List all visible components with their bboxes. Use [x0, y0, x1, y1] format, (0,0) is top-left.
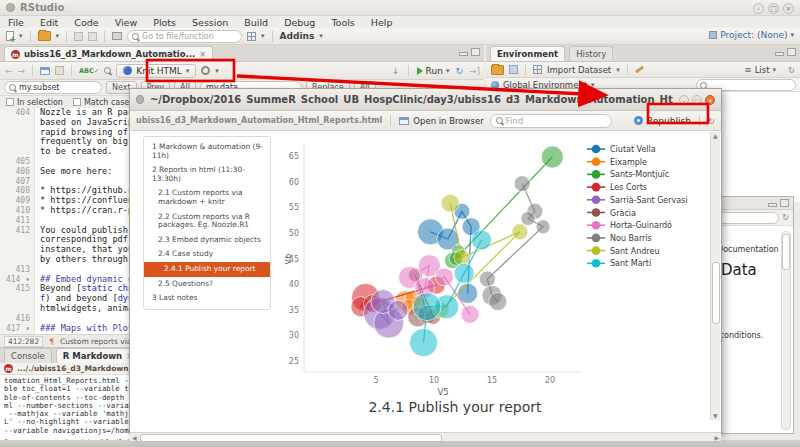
toc-item[interactable]: 2.2 Custom reports via R packages. Eg. N… [144, 210, 270, 233]
help-scrollbar[interactable] [781, 231, 791, 430]
close-icon[interactable]: × [705, 95, 715, 105]
republish-button[interactable]: Republish [634, 116, 691, 126]
save-all-icon[interactable] [88, 32, 97, 41]
preview-find-input[interactable]: Find [490, 114, 612, 128]
import-dataset-button[interactable]: Import Dataset [547, 65, 611, 75]
toc-item[interactable]: 2 Reports in html (11:30-13:30h) [144, 163, 270, 186]
print-icon[interactable] [112, 32, 122, 40]
tab-environment[interactable]: Environment [490, 46, 565, 61]
svg-text:15: 15 [487, 376, 497, 385]
rerun-icon[interactable]: ↻ [455, 66, 463, 76]
menu-item-plots[interactable]: Plots [153, 17, 176, 28]
run-button[interactable]: Run▾ [417, 66, 450, 76]
preview-titlebar[interactable]: ~/Dropbox/2016_SummeR_School_UB_HospClin… [130, 89, 721, 111]
menu-item-code[interactable]: Code [74, 17, 98, 28]
save-workspace-icon[interactable] [509, 65, 518, 74]
close-icon[interactable]: × [783, 3, 794, 14]
gear-icon[interactable] [201, 66, 210, 75]
save-icon[interactable] [74, 32, 83, 41]
menu-item-debug[interactable]: Debug [284, 17, 315, 28]
addins-button[interactable]: Addins [280, 31, 315, 41]
toc-item[interactable]: 2.4.1 Publish your report [144, 262, 270, 277]
menu-item-session[interactable]: Session [192, 17, 228, 28]
open-file-dropdown[interactable]: ▾ [56, 32, 60, 40]
maximize-icon[interactable]: □ [768, 3, 779, 14]
minimize-icon[interactable]: – [679, 95, 689, 105]
panes-dropdown[interactable]: ▾ [261, 32, 265, 40]
match-case-checkbox[interactable] [73, 98, 81, 106]
project-selector[interactable]: Project: (None)▾ [709, 30, 794, 40]
toc-item[interactable]: 3 Last notes [144, 291, 270, 306]
line-number: 408 [0, 186, 34, 196]
go-to-section-icon[interactable]: ↓ [392, 66, 400, 76]
open-in-browser-button[interactable]: Open in Browser [399, 116, 483, 126]
back-icon[interactable]: ← [5, 66, 13, 76]
editor-save-icon[interactable] [55, 66, 64, 75]
svg-text:V5: V5 [437, 387, 448, 397]
preview-file-label: ubiss16_d3_Markdown_Automation_Html_Repo… [136, 116, 382, 125]
report-section-heading: 2.4.1 Publish your report [270, 399, 640, 415]
toc-item[interactable]: 2.1 Custom reports via markdown + knitr [144, 186, 270, 209]
svg-text:25: 25 [289, 357, 299, 366]
load-workspace-icon[interactable] [491, 65, 504, 75]
popout-icon[interactable] [40, 67, 50, 75]
line-number [0, 235, 34, 245]
line-number: 411 [0, 216, 34, 226]
refresh-icon[interactable]: ↻ [708, 116, 715, 126]
svg-text:5: 5 [373, 376, 378, 385]
menu-item-tools[interactable]: Tools [331, 17, 354, 28]
clear-workspace-icon[interactable] [635, 66, 644, 74]
refresh-icon[interactable]: ↻ [788, 65, 795, 75]
forward-icon[interactable]: → [18, 66, 26, 76]
svg-text:Gràcia: Gràcia [610, 209, 636, 218]
help-search-input[interactable] [715, 212, 779, 224]
toc-item[interactable]: 2.4 Case study [144, 247, 270, 262]
source-icon[interactable]: →] [469, 66, 480, 76]
tab-close-icon[interactable]: × [199, 50, 206, 59]
menu-item-file[interactable]: File [8, 17, 24, 28]
help-doc-link[interactable]: Documentation [717, 245, 779, 254]
find-replace-icon[interactable] [104, 67, 111, 74]
menu-item-help[interactable]: Help [371, 17, 393, 28]
maximize-pane-icon[interactable] [471, 48, 480, 56]
open-file-icon[interactable] [38, 31, 51, 41]
tab-rmarkdown[interactable]: R Markdown× [56, 348, 140, 363]
tab-console[interactable]: Console [4, 348, 52, 363]
workspace-panes-icon[interactable] [247, 32, 256, 41]
list-view-button[interactable]: List [755, 65, 770, 75]
new-file-icon[interactable] [6, 31, 14, 41]
maximize-pane-icon[interactable] [787, 48, 796, 56]
match-case-label: Match case [84, 98, 129, 107]
in-selection-checkbox[interactable] [6, 98, 14, 106]
toc-item[interactable]: 2.5 Questions? [144, 277, 270, 292]
maximize-pane-icon[interactable] [780, 199, 789, 207]
goto-file-input[interactable]: Go to file/function [127, 30, 242, 43]
new-file-dropdown[interactable]: ▾ [19, 32, 23, 40]
refresh-icon[interactable]: ↻ [782, 213, 789, 222]
browser-window-icon [399, 117, 409, 125]
minimize-icon[interactable]: – [753, 3, 764, 14]
menubar: FileEditCodeViewPlotsSessionBuildDebugTo… [0, 16, 800, 28]
menu-item-view[interactable]: View [115, 17, 138, 28]
svg-text:Sant Martí: Sant Martí [610, 259, 652, 268]
tab-history[interactable]: History [569, 46, 613, 61]
toc-item[interactable]: 2.3 Embed dynamic objects [144, 233, 270, 248]
find-input[interactable]: my.subset [4, 81, 102, 94]
minimize-pane-icon[interactable] [768, 203, 777, 207]
minimize-pane-icon[interactable] [775, 52, 784, 56]
minimize-pane-icon[interactable] [459, 52, 468, 56]
source-tab[interactable]: m ubiss16_d3_Markdown_Automatio... × [4, 46, 213, 61]
rmarkdown-icon: m [4, 364, 13, 373]
line-number: 417 ▾ [0, 324, 34, 334]
maximize-icon[interactable]: □ [692, 95, 702, 105]
preview-horizontal-scrollbar[interactable]: ◀ ▶ [130, 432, 721, 441]
menu-item-edit[interactable]: Edit [40, 17, 58, 28]
preview-vertical-scrollbar[interactable]: ▲ ▼ [710, 132, 720, 420]
spellcheck-icon[interactable]: ABC✓ [79, 67, 99, 75]
menu-item-build[interactable]: Build [244, 17, 268, 28]
editor-toolbar: ← → ABC✓ Knit HTML ▾ ▾ ↓ [0, 62, 484, 80]
goto-placeholder: Go to file/function [142, 32, 214, 41]
knit-html-button[interactable]: Knit HTML ▾ [116, 64, 196, 78]
import-dataset-icon[interactable] [533, 65, 542, 74]
toc-item[interactable]: 1 Markdown & automation (9-11h) [144, 140, 270, 163]
